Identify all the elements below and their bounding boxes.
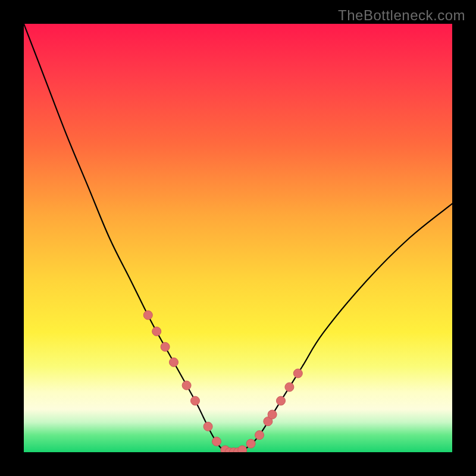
chart-stage: TheBottleneck.com <box>0 0 476 476</box>
background-gradient <box>24 24 452 452</box>
watermark-text: TheBottleneck.com <box>338 7 465 24</box>
plot-area <box>24 24 452 452</box>
